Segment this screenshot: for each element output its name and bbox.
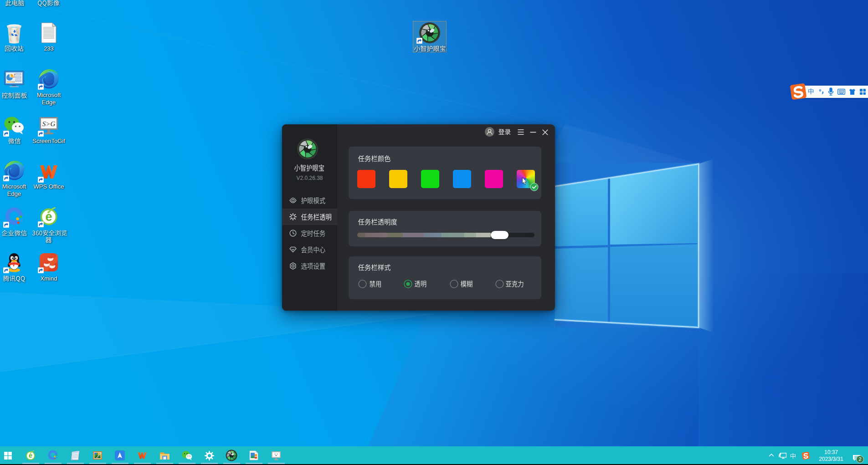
svg-text:2: 2 [858, 456, 861, 462]
svg-text:S>G: S>G [42, 120, 56, 128]
